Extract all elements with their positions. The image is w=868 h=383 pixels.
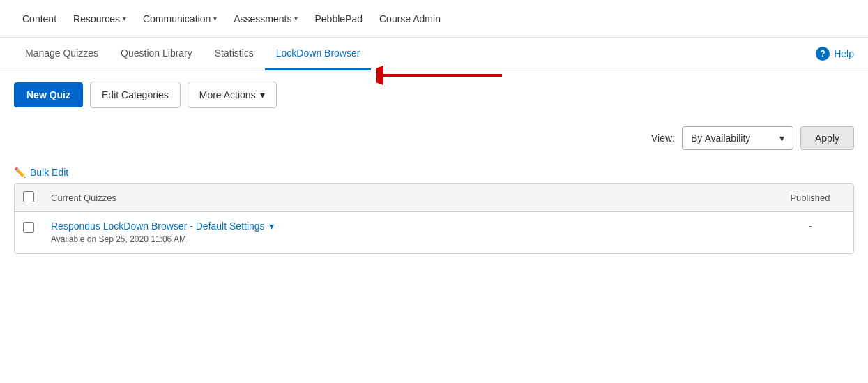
edit-categories-button[interactable]: Edit Categories (90, 82, 181, 108)
quiz-date: Available on Sep 25, 2020 11:06 AM (51, 234, 775, 244)
resources-chevron-icon: ▾ (123, 15, 126, 22)
table-header: Current Quizzes Published (15, 184, 853, 212)
quiz-link[interactable]: Respondus LockDown Browser - Default Set… (51, 220, 775, 232)
more-actions-chevron-icon: ▾ (260, 89, 265, 100)
top-navigation: Content Resources ▾ Communication ▾ Asse… (0, 0, 868, 38)
row-published-cell: - (775, 220, 845, 232)
new-quiz-button[interactable]: New Quiz (14, 82, 83, 107)
col-header-name: Current Quizzes (51, 193, 775, 203)
nav-course-admin[interactable]: Course Admin (371, 0, 449, 37)
quiz-dropdown-icon: ▾ (269, 220, 274, 232)
assessments-chevron-icon: ▾ (294, 15, 298, 22)
help-button[interactable]: ? Help (816, 47, 854, 61)
tab-question-library[interactable]: Question Library (109, 38, 204, 70)
row-checkbox[interactable] (23, 222, 34, 233)
communication-chevron-icon: ▾ (213, 15, 217, 22)
bulk-edit-row: ✏️ Bulk Edit (0, 161, 868, 183)
nav-content[interactable]: Content (14, 0, 65, 37)
row-name-cell: Respondus LockDown Browser - Default Set… (51, 220, 775, 244)
nav-communication[interactable]: Communication ▾ (135, 0, 225, 37)
view-row: View: By Availability ▾ Apply (0, 119, 868, 161)
help-icon: ? (816, 47, 830, 61)
apply-button[interactable]: Apply (800, 126, 854, 150)
tab-statistics[interactable]: Statistics (204, 38, 265, 70)
tab-lockdown-browser[interactable]: LockDown Browser (265, 38, 372, 70)
pencil-icon: ✏️ (14, 167, 26, 178)
bulk-edit-button[interactable]: ✏️ Bulk Edit (14, 167, 68, 178)
view-label: View: (651, 133, 675, 144)
nav-resources[interactable]: Resources ▾ (65, 0, 135, 37)
tabs-bar: Manage Quizzes Question Library Statisti… (0, 38, 868, 70)
quiz-table: Current Quizzes Published Respondus Lock… (14, 183, 854, 254)
table-row: Respondus LockDown Browser - Default Set… (15, 212, 853, 253)
col-header-published: Published (775, 193, 845, 203)
more-actions-button[interactable]: More Actions ▾ (188, 82, 277, 108)
view-select[interactable]: By Availability ▾ (682, 126, 793, 150)
tab-manage-quizzes[interactable]: Manage Quizzes (14, 38, 109, 70)
view-select-chevron-icon: ▾ (779, 133, 784, 144)
row-checkbox-cell (23, 220, 51, 235)
toolbar: New Quiz Edit Categories More Actions ▾ (0, 70, 868, 119)
tabs-left: Manage Quizzes Question Library Statisti… (14, 38, 371, 70)
nav-pebblepad[interactable]: PebblePad (306, 0, 371, 37)
header-checkbox-cell (23, 191, 51, 204)
nav-assessments[interactable]: Assessments ▾ (225, 0, 306, 37)
select-all-checkbox[interactable] (23, 191, 34, 202)
